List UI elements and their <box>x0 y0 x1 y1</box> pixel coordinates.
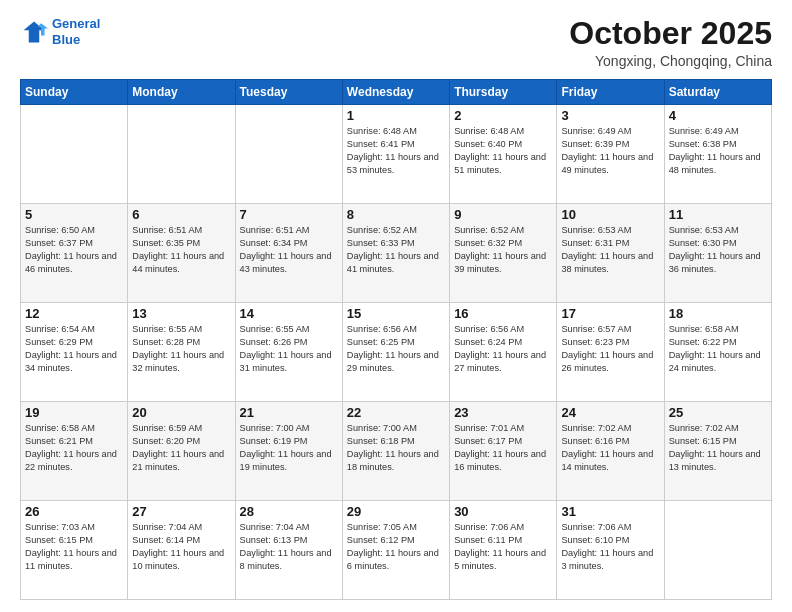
day-number: 16 <box>454 306 552 321</box>
calendar-cell: 8Sunrise: 6:52 AM Sunset: 6:33 PM Daylig… <box>342 204 449 303</box>
day-number: 22 <box>347 405 445 420</box>
day-info: Sunrise: 7:02 AM Sunset: 6:16 PM Dayligh… <box>561 422 659 474</box>
header: General Blue October 2025 Yongxing, Chon… <box>20 16 772 69</box>
day-info: Sunrise: 7:02 AM Sunset: 6:15 PM Dayligh… <box>669 422 767 474</box>
day-number: 29 <box>347 504 445 519</box>
day-number: 8 <box>347 207 445 222</box>
day-info: Sunrise: 6:58 AM Sunset: 6:21 PM Dayligh… <box>25 422 123 474</box>
calendar-week-row: 1Sunrise: 6:48 AM Sunset: 6:41 PM Daylig… <box>21 105 772 204</box>
day-info: Sunrise: 6:50 AM Sunset: 6:37 PM Dayligh… <box>25 224 123 276</box>
day-number: 6 <box>132 207 230 222</box>
weekday-header: Monday <box>128 80 235 105</box>
calendar-cell: 29Sunrise: 7:05 AM Sunset: 6:12 PM Dayli… <box>342 501 449 600</box>
calendar-cell: 25Sunrise: 7:02 AM Sunset: 6:15 PM Dayli… <box>664 402 771 501</box>
calendar-header-row: SundayMondayTuesdayWednesdayThursdayFrid… <box>21 80 772 105</box>
day-info: Sunrise: 6:53 AM Sunset: 6:31 PM Dayligh… <box>561 224 659 276</box>
day-number: 15 <box>347 306 445 321</box>
day-number: 21 <box>240 405 338 420</box>
day-info: Sunrise: 6:55 AM Sunset: 6:28 PM Dayligh… <box>132 323 230 375</box>
calendar-cell: 30Sunrise: 7:06 AM Sunset: 6:11 PM Dayli… <box>450 501 557 600</box>
day-number: 25 <box>669 405 767 420</box>
day-info: Sunrise: 6:59 AM Sunset: 6:20 PM Dayligh… <box>132 422 230 474</box>
calendar-cell: 28Sunrise: 7:04 AM Sunset: 6:13 PM Dayli… <box>235 501 342 600</box>
calendar-cell: 7Sunrise: 6:51 AM Sunset: 6:34 PM Daylig… <box>235 204 342 303</box>
calendar-cell: 12Sunrise: 6:54 AM Sunset: 6:29 PM Dayli… <box>21 303 128 402</box>
day-info: Sunrise: 6:51 AM Sunset: 6:35 PM Dayligh… <box>132 224 230 276</box>
calendar-cell: 26Sunrise: 7:03 AM Sunset: 6:15 PM Dayli… <box>21 501 128 600</box>
day-number: 9 <box>454 207 552 222</box>
day-number: 11 <box>669 207 767 222</box>
calendar-cell: 15Sunrise: 6:56 AM Sunset: 6:25 PM Dayli… <box>342 303 449 402</box>
day-number: 13 <box>132 306 230 321</box>
calendar-cell: 13Sunrise: 6:55 AM Sunset: 6:28 PM Dayli… <box>128 303 235 402</box>
day-number: 28 <box>240 504 338 519</box>
location: Yongxing, Chongqing, China <box>569 53 772 69</box>
calendar-cell: 17Sunrise: 6:57 AM Sunset: 6:23 PM Dayli… <box>557 303 664 402</box>
calendar-cell <box>128 105 235 204</box>
logo-icon <box>20 18 48 46</box>
day-info: Sunrise: 7:06 AM Sunset: 6:10 PM Dayligh… <box>561 521 659 573</box>
day-info: Sunrise: 6:54 AM Sunset: 6:29 PM Dayligh… <box>25 323 123 375</box>
calendar-cell: 20Sunrise: 6:59 AM Sunset: 6:20 PM Dayli… <box>128 402 235 501</box>
page: General Blue October 2025 Yongxing, Chon… <box>0 0 792 612</box>
day-info: Sunrise: 7:05 AM Sunset: 6:12 PM Dayligh… <box>347 521 445 573</box>
day-info: Sunrise: 6:52 AM Sunset: 6:32 PM Dayligh… <box>454 224 552 276</box>
day-number: 20 <box>132 405 230 420</box>
logo: General Blue <box>20 16 100 47</box>
calendar-cell: 3Sunrise: 6:49 AM Sunset: 6:39 PM Daylig… <box>557 105 664 204</box>
day-number: 23 <box>454 405 552 420</box>
calendar-cell <box>235 105 342 204</box>
calendar-cell <box>21 105 128 204</box>
calendar-week-row: 5Sunrise: 6:50 AM Sunset: 6:37 PM Daylig… <box>21 204 772 303</box>
calendar-cell: 24Sunrise: 7:02 AM Sunset: 6:16 PM Dayli… <box>557 402 664 501</box>
day-info: Sunrise: 7:03 AM Sunset: 6:15 PM Dayligh… <box>25 521 123 573</box>
weekday-header: Sunday <box>21 80 128 105</box>
day-info: Sunrise: 6:48 AM Sunset: 6:40 PM Dayligh… <box>454 125 552 177</box>
calendar-cell: 22Sunrise: 7:00 AM Sunset: 6:18 PM Dayli… <box>342 402 449 501</box>
day-info: Sunrise: 6:53 AM Sunset: 6:30 PM Dayligh… <box>669 224 767 276</box>
day-number: 10 <box>561 207 659 222</box>
calendar-week-row: 19Sunrise: 6:58 AM Sunset: 6:21 PM Dayli… <box>21 402 772 501</box>
day-number: 19 <box>25 405 123 420</box>
day-number: 3 <box>561 108 659 123</box>
day-number: 30 <box>454 504 552 519</box>
calendar-cell: 14Sunrise: 6:55 AM Sunset: 6:26 PM Dayli… <box>235 303 342 402</box>
calendar-cell: 16Sunrise: 6:56 AM Sunset: 6:24 PM Dayli… <box>450 303 557 402</box>
calendar-cell: 5Sunrise: 6:50 AM Sunset: 6:37 PM Daylig… <box>21 204 128 303</box>
day-info: Sunrise: 7:00 AM Sunset: 6:18 PM Dayligh… <box>347 422 445 474</box>
day-number: 4 <box>669 108 767 123</box>
calendar-table: SundayMondayTuesdayWednesdayThursdayFrid… <box>20 79 772 600</box>
logo-line1: General <box>52 16 100 31</box>
calendar-cell: 9Sunrise: 6:52 AM Sunset: 6:32 PM Daylig… <box>450 204 557 303</box>
day-info: Sunrise: 6:56 AM Sunset: 6:24 PM Dayligh… <box>454 323 552 375</box>
day-number: 5 <box>25 207 123 222</box>
day-info: Sunrise: 6:51 AM Sunset: 6:34 PM Dayligh… <box>240 224 338 276</box>
calendar-cell: 2Sunrise: 6:48 AM Sunset: 6:40 PM Daylig… <box>450 105 557 204</box>
calendar-cell: 18Sunrise: 6:58 AM Sunset: 6:22 PM Dayli… <box>664 303 771 402</box>
day-number: 14 <box>240 306 338 321</box>
day-number: 24 <box>561 405 659 420</box>
title-block: October 2025 Yongxing, Chongqing, China <box>569 16 772 69</box>
calendar-week-row: 26Sunrise: 7:03 AM Sunset: 6:15 PM Dayli… <box>21 501 772 600</box>
day-info: Sunrise: 6:56 AM Sunset: 6:25 PM Dayligh… <box>347 323 445 375</box>
calendar-cell: 31Sunrise: 7:06 AM Sunset: 6:10 PM Dayli… <box>557 501 664 600</box>
day-info: Sunrise: 6:55 AM Sunset: 6:26 PM Dayligh… <box>240 323 338 375</box>
calendar-week-row: 12Sunrise: 6:54 AM Sunset: 6:29 PM Dayli… <box>21 303 772 402</box>
weekday-header: Saturday <box>664 80 771 105</box>
calendar-cell: 27Sunrise: 7:04 AM Sunset: 6:14 PM Dayli… <box>128 501 235 600</box>
day-number: 12 <box>25 306 123 321</box>
day-info: Sunrise: 7:04 AM Sunset: 6:14 PM Dayligh… <box>132 521 230 573</box>
day-info: Sunrise: 6:48 AM Sunset: 6:41 PM Dayligh… <box>347 125 445 177</box>
calendar-cell: 6Sunrise: 6:51 AM Sunset: 6:35 PM Daylig… <box>128 204 235 303</box>
calendar-cell: 10Sunrise: 6:53 AM Sunset: 6:31 PM Dayli… <box>557 204 664 303</box>
day-info: Sunrise: 6:57 AM Sunset: 6:23 PM Dayligh… <box>561 323 659 375</box>
day-info: Sunrise: 7:00 AM Sunset: 6:19 PM Dayligh… <box>240 422 338 474</box>
weekday-header: Wednesday <box>342 80 449 105</box>
day-info: Sunrise: 7:04 AM Sunset: 6:13 PM Dayligh… <box>240 521 338 573</box>
day-number: 27 <box>132 504 230 519</box>
calendar-cell: 23Sunrise: 7:01 AM Sunset: 6:17 PM Dayli… <box>450 402 557 501</box>
day-number: 31 <box>561 504 659 519</box>
day-number: 18 <box>669 306 767 321</box>
logo-text: General Blue <box>52 16 100 47</box>
logo-line2: Blue <box>52 32 80 47</box>
